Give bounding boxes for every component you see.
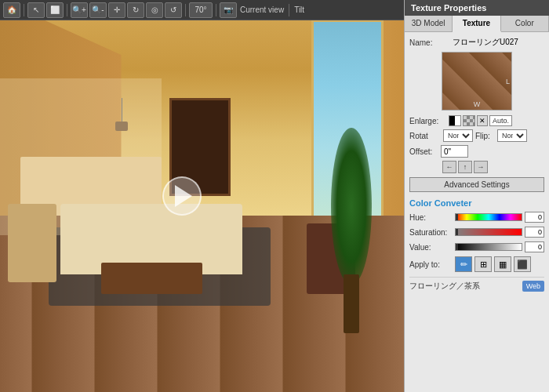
- sat-handle: [456, 229, 458, 235]
- view-label: Current view: [240, 5, 284, 14]
- sep3: [185, 4, 186, 16]
- sep1: [24, 4, 24, 16]
- close-icon[interactable]: ✕: [477, 115, 488, 126]
- rotate-label: Rotat: [409, 132, 441, 140]
- hue-input[interactable]: [525, 212, 544, 223]
- apply-grid-btn[interactable]: ⊞: [474, 256, 492, 272]
- flip-label: Flip:: [475, 132, 495, 140]
- web-button[interactable]: Web: [522, 281, 544, 292]
- advanced-settings-button[interactable]: Advanced Settings: [409, 177, 544, 192]
- main-container: 🏠 ↖ ⬜ 🔍+ 🔍- ✛ ↻ ◎ ↺ 70° 📷 Current view T…: [0, 0, 549, 392]
- snapshot-btn[interactable]: 📷: [220, 2, 237, 18]
- panel-header: Texture Properties: [405, 0, 549, 16]
- hue-row: Hue:: [409, 212, 544, 223]
- color-converter-title: Color Conveter: [409, 198, 544, 208]
- sep5: [289, 4, 289, 16]
- value-label: Value:: [409, 243, 453, 252]
- enlarge-label: Enlarge:: [409, 117, 449, 125]
- value-row: Value:: [409, 241, 544, 252]
- apply-row: Apply to: ✏ ⊞ ▦ ⬛: [409, 256, 544, 272]
- name-value: フローリングU027: [453, 37, 544, 48]
- offset-label: Offset:: [409, 147, 441, 156]
- rotate-btn[interactable]: ↺: [165, 2, 182, 18]
- rotate-row: Rotat None Flip: None: [409, 129, 544, 142]
- footer-text: フローリング／茶系: [409, 281, 520, 292]
- name-label: Name:: [409, 38, 453, 47]
- sep4: [216, 4, 216, 16]
- viewport-area: 🏠 ↖ ⬜ 🔍+ 🔍- ✛ ↻ ◎ ↺ 70° 📷 Current view T…: [0, 0, 404, 392]
- tab-color[interactable]: Color: [501, 16, 549, 31]
- texture-preview: L W: [442, 52, 512, 111]
- offset-row: Offset:: [409, 145, 544, 158]
- cursor-btn[interactable]: ↖: [27, 2, 45, 18]
- plant-right: [331, 137, 372, 333]
- saturation-row: Saturation:: [409, 227, 544, 238]
- apply-floor-btn[interactable]: ▦: [494, 256, 511, 272]
- play-button[interactable]: [162, 176, 202, 216]
- room-scene: [0, 0, 404, 392]
- value-slider[interactable]: [455, 243, 522, 251]
- value-input[interactable]: [525, 241, 544, 252]
- auto-button[interactable]: Auto.: [489, 115, 512, 126]
- coffee-table: [101, 263, 202, 294]
- arrow-up-btn[interactable]: ↑: [458, 161, 472, 173]
- sep2: [67, 4, 67, 16]
- select-btn[interactable]: ⬜: [46, 2, 64, 18]
- texture-w-label: W: [474, 100, 481, 108]
- toolbar: 🏠 ↖ ⬜ 🔍+ 🔍- ✛ ↻ ◎ ↺ 70° 📷 Current view T…: [0, 0, 404, 20]
- saturation-slider[interactable]: [455, 228, 522, 236]
- arrow-left-btn[interactable]: ←: [442, 161, 456, 173]
- hue-label: Hue:: [409, 213, 453, 222]
- degrees-btn[interactable]: 70°: [189, 2, 213, 18]
- zoom-out-btn[interactable]: 🔍-: [89, 2, 107, 18]
- tab-texture[interactable]: Texture: [453, 16, 500, 32]
- enlarge-row: Enlarge: ✕ Auto.: [409, 115, 544, 126]
- tilt-label: Tilt: [294, 5, 304, 14]
- apply-all-btn[interactable]: ⬛: [514, 256, 531, 272]
- tab-3dmodel[interactable]: 3D Model: [405, 16, 453, 31]
- flip-select[interactable]: None: [497, 129, 527, 142]
- saturation-input[interactable]: [525, 227, 544, 238]
- move-btn[interactable]: ✛: [108, 2, 125, 18]
- checker-swatch[interactable]: [463, 115, 475, 126]
- val-handle: [456, 244, 458, 250]
- arrows-row: ← ↑ →: [409, 161, 544, 173]
- saturation-label: Saturation:: [409, 228, 453, 237]
- texture-l-label: L: [506, 78, 510, 85]
- arrow-right-btn[interactable]: →: [474, 161, 488, 173]
- rotate-3d-btn[interactable]: ↻: [127, 2, 144, 18]
- rotate-select[interactable]: None: [443, 129, 473, 142]
- hue-slider[interactable]: [455, 213, 522, 221]
- enlarge-controls: ✕ Auto.: [449, 115, 512, 126]
- camera-btn[interactable]: ◎: [146, 2, 163, 18]
- apply-pencil-btn[interactable]: ✏: [455, 256, 472, 272]
- right-panel: Texture Properties 3D Model Texture Colo…: [404, 0, 549, 392]
- offset-input[interactable]: [441, 145, 468, 158]
- home-btn[interactable]: 🏠: [3, 2, 20, 18]
- panel-tabs: 3D Model Texture Color: [405, 16, 549, 32]
- name-row: Name: フローリングU027: [409, 37, 544, 48]
- footer-row: フローリング／茶系 Web: [409, 277, 544, 292]
- hue-handle: [456, 214, 458, 220]
- apply-label: Apply to:: [409, 260, 453, 269]
- panel-content: Name: フローリングU027 L W Enlarge: ✕ Auto.: [405, 32, 549, 392]
- chair-left: [8, 204, 56, 282]
- zoom-in-btn[interactable]: 🔍+: [71, 2, 88, 18]
- color-swatch[interactable]: [449, 115, 461, 126]
